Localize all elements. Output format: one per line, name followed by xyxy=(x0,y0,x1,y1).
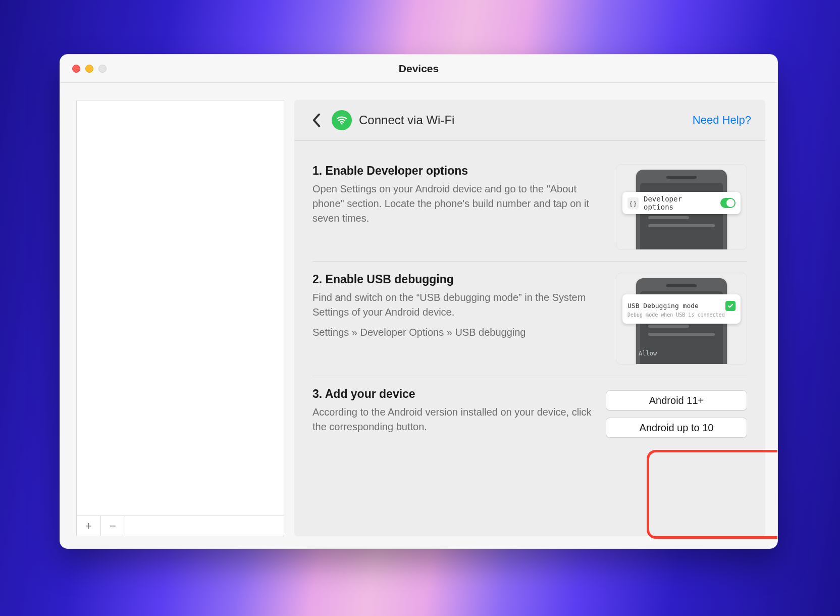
back-button[interactable] xyxy=(308,112,325,128)
page-title: Connect via Wi-Fi xyxy=(359,113,454,127)
svg-point-0 xyxy=(341,123,342,124)
android-version-buttons: Android 11+ Android up to 10 xyxy=(606,387,747,438)
main-panel: Connect via Wi-Fi Need Help? 1. Enable D… xyxy=(294,100,765,536)
need-help-link[interactable]: Need Help? xyxy=(693,114,751,127)
allow-label: Allow xyxy=(639,350,657,357)
device-list xyxy=(77,100,284,516)
add-device-button[interactable]: + xyxy=(77,516,101,536)
window-controls xyxy=(72,65,107,73)
step-2-path: Settings » Developer Options » USB debug… xyxy=(312,327,602,338)
developer-options-callout: { } Developer options xyxy=(622,192,741,214)
main-header: Connect via Wi-Fi Need Help? xyxy=(294,100,765,141)
step-1-desc: Open Settings on your Android device and… xyxy=(312,182,602,226)
titlebar: Devices xyxy=(60,55,777,83)
close-window-button[interactable] xyxy=(72,65,80,73)
android-11-plus-button[interactable]: Android 11+ xyxy=(606,390,747,410)
devices-window: Devices + − Connect via Wi-Fi Need Help? xyxy=(60,54,778,549)
step-3-title: 3. Add your device xyxy=(312,387,592,401)
wifi-icon xyxy=(332,110,352,130)
step-1: 1. Enable Developer options Open Setting… xyxy=(312,153,747,262)
step-3: 3. Add your device According to the Andr… xyxy=(312,376,747,449)
android-up-to-10-button[interactable]: Android up to 10 xyxy=(606,418,747,438)
step-2: 2. Enable USB debugging Find and switch … xyxy=(312,262,747,376)
window-title: Devices xyxy=(60,63,777,75)
step-2-illustration: USB Debugging mode Debug mode when USB i… xyxy=(616,273,747,365)
step-2-title: 2. Enable USB debugging xyxy=(312,273,602,286)
callout-sublabel: Debug mode when USB is connected xyxy=(627,312,725,318)
braces-icon: { } xyxy=(627,197,639,209)
device-list-sidebar: + − xyxy=(76,100,284,536)
step-2-desc: Find and switch on the “USB debugging mo… xyxy=(312,290,602,320)
callout-label: Developer options xyxy=(644,195,715,211)
toggle-on-icon xyxy=(720,198,736,208)
step-1-title: 1. Enable Developer options xyxy=(312,164,602,178)
step-1-illustration: { } Developer options xyxy=(616,164,747,250)
checkbox-on-icon xyxy=(725,301,736,311)
usb-debugging-callout: USB Debugging mode Debug mode when USB i… xyxy=(622,294,741,324)
callout-label: USB Debugging mode xyxy=(627,302,721,310)
sidebar-footer-spacer xyxy=(125,516,284,536)
minimize-window-button[interactable] xyxy=(85,65,93,73)
steps-list: 1. Enable Developer options Open Setting… xyxy=(294,141,765,461)
zoom-window-button[interactable] xyxy=(98,65,107,73)
sidebar-footer: + − xyxy=(77,516,284,536)
remove-device-button[interactable]: − xyxy=(101,516,125,536)
step-3-desc: According to the Android version install… xyxy=(312,405,592,434)
chevron-left-icon xyxy=(312,114,321,127)
